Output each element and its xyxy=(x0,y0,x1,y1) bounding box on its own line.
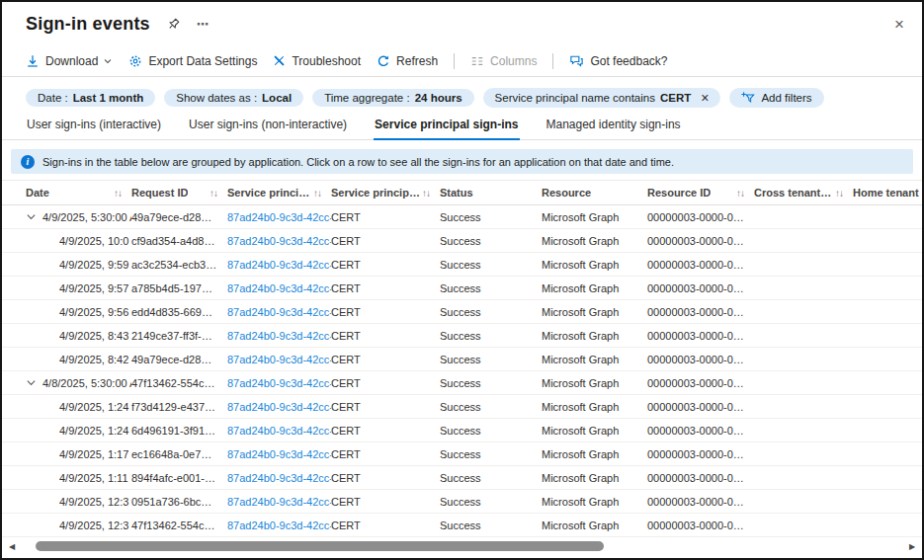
cell-date: 4/8/2025, 5:30:00 A xyxy=(26,377,131,389)
info-banner: i Sign-ins in the table below are groupe… xyxy=(11,149,913,174)
titlebar: Sign-in events ⋯ × xyxy=(2,2,922,40)
cell-date: 4/9/2025, 8:43 xyxy=(26,330,131,342)
refresh-button[interactable]: Refresh xyxy=(377,54,438,68)
service-principal-id-link[interactable]: 87ad24b0-9c3d-42cc-a xyxy=(227,520,331,531)
download-button[interactable]: Download xyxy=(26,54,113,68)
service-principal-id-link[interactable]: 87ad24b0-9c3d-42cc-a xyxy=(227,448,331,460)
service-principal-id-link[interactable]: 87ad24b0-9c3d-42cc-a xyxy=(227,377,331,389)
filter-pill-value: 24 hours xyxy=(415,92,462,104)
cell-request-id: a785b4d5-1977-4f1... xyxy=(131,282,227,294)
filter-pill-time-aggregate[interactable]: Time aggregate :24 hours xyxy=(312,89,473,107)
export-data-settings-button[interactable]: Export Data Settings xyxy=(128,54,257,68)
expand-chevron-icon[interactable] xyxy=(26,377,37,388)
column-header-status[interactable]: Status xyxy=(440,187,542,199)
cell-resource-id: 00000003-0000-000... xyxy=(647,448,754,460)
columns-button: Columns xyxy=(470,54,537,68)
info-icon: i xyxy=(21,155,35,169)
sort-icon[interactable]: ↑↓ xyxy=(210,188,217,199)
column-header-cross-tenant-acc[interactable]: Cross tenant acc...↑↓ xyxy=(754,187,853,199)
cell-date: 4/9/2025, 8:42 xyxy=(26,354,131,365)
table-row[interactable]: 4/8/2025, 5:30:00 A47f13462-554c-4066...… xyxy=(2,371,922,395)
column-header-service-principal[interactable]: Service principal...↑↓ xyxy=(331,187,440,199)
cell-status: Success xyxy=(440,282,542,294)
service-principal-id-link[interactable]: 87ad24b0-9c3d-42cc-a xyxy=(227,496,331,508)
date-text: 4/9/2025, 10:0 xyxy=(59,235,128,247)
tab-service-principal-sign-ins[interactable]: Service principal sign-ins xyxy=(374,109,519,139)
feedback-icon xyxy=(569,53,584,68)
sort-icon[interactable]: ↑↓ xyxy=(422,188,430,199)
sort-icon[interactable]: ↑↓ xyxy=(313,188,321,199)
table-row[interactable]: 4/9/2025, 9:59ac3c2534-ecb3-4232...87ad2… xyxy=(2,253,922,277)
sort-icon[interactable]: ↑↓ xyxy=(835,188,843,199)
toolbar-item-label: Refresh xyxy=(396,54,438,68)
cell-service-principal-id: 87ad24b0-9c3d-42cc-a xyxy=(227,377,331,389)
column-header-request-id[interactable]: Request ID↑↓ xyxy=(131,187,227,199)
scroll-left-icon[interactable]: ◀ xyxy=(6,542,18,551)
table-row[interactable]: 4/9/2025, 8:4249a79ece-d281-46a...87ad24… xyxy=(2,348,922,371)
filter-pill-label: Show dates as : xyxy=(176,92,257,104)
service-principal-id-link[interactable]: 87ad24b0-9c3d-42cc-a xyxy=(227,354,331,365)
service-principal-id-link[interactable]: 87ad24b0-9c3d-42cc-a xyxy=(227,211,331,223)
column-header-date[interactable]: Date↑↓ xyxy=(26,187,131,199)
close-icon[interactable]: × xyxy=(894,16,904,33)
remove-filter-icon[interactable]: × xyxy=(701,91,709,105)
date-text: 4/9/2025, 12:3 xyxy=(59,520,128,531)
cell-resource: Microsoft Graph xyxy=(542,377,647,389)
troubleshoot-button[interactable]: Troubleshoot xyxy=(273,54,361,68)
service-principal-id-link[interactable]: 87ad24b0-9c3d-42cc-a xyxy=(227,282,331,294)
service-principal-id-link[interactable]: 87ad24b0-9c3d-42cc-a xyxy=(227,259,331,271)
cell-request-id: ac3c2534-ecb3-4232... xyxy=(131,259,227,271)
date-text: 4/9/2025, 8:43 xyxy=(59,330,128,342)
column-header-label: Resource xyxy=(542,187,591,199)
more-options-icon[interactable]: ⋯ xyxy=(197,17,210,32)
table-row[interactable]: 4/9/2025, 9:57a785b4d5-1977-4f1...87ad24… xyxy=(2,277,922,300)
pin-icon[interactable] xyxy=(166,17,181,32)
table-row[interactable]: 4/9/2025, 1:246d496191-3f91-4925...87ad2… xyxy=(2,419,922,442)
filter-pill-date[interactable]: Date :Last 1 month xyxy=(26,89,155,107)
service-principal-id-link[interactable]: 87ad24b0-9c3d-42cc-a xyxy=(227,306,331,318)
date-text: 4/8/2025, 5:30:00 A xyxy=(42,377,131,389)
cell-status: Success xyxy=(440,211,542,223)
column-header-resource[interactable]: Resource xyxy=(542,187,647,199)
column-header-service-principal[interactable]: Service principal...↑↓ xyxy=(227,187,331,199)
table-row[interactable]: 4/9/2025, 5:30:00 A49a79ece-d281-46a...8… xyxy=(2,205,922,229)
service-principal-id-link[interactable]: 87ad24b0-9c3d-42cc-a xyxy=(227,330,331,342)
table-row[interactable]: 4/9/2025, 10:0cf9ad354-a4d8-47f6...87ad2… xyxy=(2,229,922,253)
table-row[interactable]: 4/9/2025, 1:17ec16648a-0e72-42c2...87ad2… xyxy=(2,442,922,466)
column-header-home-tenant[interactable]: Home tenant xyxy=(853,187,922,199)
add-filters-button[interactable]: Add filters xyxy=(729,88,823,108)
cell-service-principal-name: CERT xyxy=(331,306,440,318)
service-principal-id-link[interactable]: 87ad24b0-9c3d-42cc-a xyxy=(227,472,331,484)
horizontal-scrollbar[interactable]: ◀ ▶ xyxy=(6,540,918,553)
cell-resource-id: 00000003-0000-000... xyxy=(647,211,754,223)
service-principal-id-link[interactable]: 87ad24b0-9c3d-42cc-a xyxy=(227,401,331,413)
table-row[interactable]: 4/9/2025, 12:347f13462-554c-4066...87ad2… xyxy=(2,514,922,537)
service-principal-id-link[interactable]: 87ad24b0-9c3d-42cc-a xyxy=(227,425,331,437)
cell-resource-id: 00000003-0000-000... xyxy=(647,520,754,531)
date-text: 4/9/2025, 1:17 xyxy=(59,448,128,460)
table-row[interactable]: 4/9/2025, 12:30951a736-6bc1-493...87ad24… xyxy=(2,490,922,514)
table-row[interactable]: 4/9/2025, 8:432149ce37-ff3f-471b-...87ad… xyxy=(2,324,922,348)
table-row[interactable]: 4/9/2025, 1:11894f4afc-e001-4ddb...87ad2… xyxy=(2,466,922,490)
cell-service-principal-name: CERT xyxy=(331,472,440,484)
expand-chevron-icon[interactable] xyxy=(26,211,37,222)
add-filters-label: Add filters xyxy=(761,92,811,104)
scroll-right-icon[interactable]: ▶ xyxy=(906,542,918,551)
tab-user-sign-ins-non-interactive[interactable]: User sign-ins (non-interactive) xyxy=(188,109,348,139)
got-feedback-button[interactable]: Got feedback? xyxy=(569,53,667,68)
filter-pill-service-principal-name-contains[interactable]: Service principal name containsCERT× xyxy=(483,88,721,108)
column-header-resource-id[interactable]: Resource ID↑↓ xyxy=(647,187,754,199)
sort-icon[interactable]: ↑↓ xyxy=(114,188,122,199)
scrollbar-track[interactable] xyxy=(18,541,906,552)
table-row[interactable]: 4/9/2025, 1:24f73d4129-e437-4aa6...87ad2… xyxy=(2,395,922,419)
scrollbar-thumb[interactable] xyxy=(36,541,604,551)
filter-pill-show-dates-as[interactable]: Show dates as :Local xyxy=(164,89,303,107)
cell-resource-id: 00000003-0000-000... xyxy=(647,496,754,508)
tab-user-sign-ins-interactive[interactable]: User sign-ins (interactive) xyxy=(26,109,162,139)
sort-icon[interactable]: ↑↓ xyxy=(736,188,744,199)
table-row[interactable]: 4/9/2025, 9:56edd4d835-669c-41f2...87ad2… xyxy=(2,300,922,324)
service-principal-id-link[interactable]: 87ad24b0-9c3d-42cc-a xyxy=(227,235,331,247)
tab-managed-identity-sign-ins[interactable]: Managed identity sign-ins xyxy=(546,109,682,139)
date-text: 4/9/2025, 1:11 xyxy=(59,472,128,484)
cell-service-principal-id: 87ad24b0-9c3d-42cc-a xyxy=(227,472,331,484)
